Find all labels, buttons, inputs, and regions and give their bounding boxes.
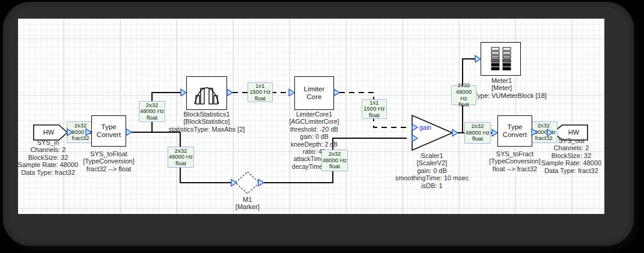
caption-line: [AGCLimiterCore]	[263, 118, 365, 125]
sys-in-hw-label: HW	[35, 129, 62, 136]
port-meter-in[interactable]	[475, 56, 481, 62]
port-limiter-in[interactable]	[289, 90, 294, 96]
block-label: Type Convert	[503, 123, 527, 139]
caption-line: BlockStatistics1	[156, 111, 258, 118]
histogram-icon	[192, 81, 221, 105]
caption-line: [ScalerV2]	[381, 159, 483, 166]
caption-line: kneeDepth: 2 dB	[263, 141, 365, 148]
port-limiter-out[interactable]	[334, 90, 339, 96]
marker-block[interactable]	[235, 172, 260, 194]
wire-label-meter-in[interactable]: 2x32 48000 Hz float	[451, 85, 476, 105]
block-statistics-block[interactable]	[186, 76, 227, 110]
port-scaler-sig-in[interactable]	[412, 135, 418, 142]
limiter-core-block[interactable]: Limiter Core	[294, 76, 334, 110]
type-convert-in-caption: SYS_toFloat [TypeConversion] fract32 -->…	[64, 150, 154, 172]
type-convert-out-block[interactable]: Type Convert	[497, 115, 532, 147]
port-marker-out[interactable]	[258, 180, 264, 186]
caption-line: isDB: 1	[381, 182, 483, 189]
caption-line: Channels: 2	[526, 144, 616, 151]
caption-line: SYS_toFloat	[64, 150, 154, 157]
meter-block[interactable]	[481, 42, 521, 76]
port-blockstats-out[interactable]	[227, 90, 232, 96]
scaler-block[interactable]	[412, 115, 452, 150]
vu-meter-icon	[488, 46, 514, 72]
caption-line: threshold: -20 dB	[263, 126, 365, 133]
caption-line: [Marker]	[217, 203, 278, 210]
wire-label-limiter-out[interactable]: 1x1 1500 Hz float	[362, 99, 387, 119]
caption-line: [BlockStatistics]	[156, 118, 258, 125]
type-convert-in-block[interactable]: Type Convert	[91, 115, 126, 147]
wire-label-scaler-in[interactable]: 2x32 48000 Hz float	[321, 150, 348, 171]
block-label: Type Convert	[97, 123, 121, 139]
wire-label-stats-out[interactable]: 1x1 1500 Hz float	[248, 82, 273, 102]
caption-line: Scaler1	[381, 152, 483, 159]
caption-line: M1	[217, 196, 278, 203]
wire-label-scaler-out[interactable]: 2x32 48000 Hz float	[464, 122, 491, 144]
caption-line: gain: 0 dB	[263, 133, 365, 140]
caption-line: statisticsType: MaxAbs [2]	[156, 126, 258, 133]
block-label: Limiter Core	[304, 85, 325, 101]
caption-line: decayTime: 100	[263, 163, 365, 170]
caption-line: ratio: 40	[263, 148, 365, 155]
caption-line: LimiterCore1	[263, 111, 365, 118]
caption-line: Data Type: fract32	[526, 167, 616, 174]
port-tc1-out[interactable]	[126, 129, 132, 136]
scaler-gain-port-label: gain	[419, 124, 431, 131]
caption-line: BlockSize: 32	[526, 152, 616, 159]
caption-line: smoothingTime: 10 msec	[381, 174, 483, 181]
limiter-core-caption: LimiterCore1 [AGCLimiterCore] threshold:…	[263, 111, 365, 170]
sys-out-hw-label: HW	[560, 129, 588, 136]
wire-label-sysout[interactable]: 2x32 48000 Hz fract32	[530, 121, 557, 143]
caption-line: attackTime: 20	[263, 155, 365, 162]
block-statistics-caption: BlockStatistics1 [BlockStatistics] stati…	[156, 111, 258, 133]
caption-line: fract32 --> float	[64, 165, 154, 172]
marker-caption: M1 [Marker]	[217, 196, 278, 211]
schematic-canvas[interactable]: SYS_in Channels: 2 BlockSize: 32 Sample …	[18, 19, 604, 214]
caption-line: [TypeConversion]	[64, 157, 154, 165]
port-scaler-gain-in[interactable]	[412, 124, 418, 131]
wire-label-blockstats-in[interactable]: 2x32 48000 Hz float	[139, 101, 165, 122]
wire-label-sysin[interactable]: 2x32 48000 Hz fract32	[67, 121, 94, 143]
port-scaler-out[interactable]	[452, 130, 458, 136]
screenshot-stage: SYS_in Channels: 2 BlockSize: 32 Sample …	[0, 0, 644, 253]
wire-label-marker-in[interactable]: 2x32 48000 Hz float	[168, 147, 194, 168]
caption-line: gain: 0 dB	[381, 167, 483, 174]
caption-line: Sample Rate: 48000	[526, 159, 616, 166]
scaler-caption: Scaler1 [ScalerV2] gain: 0 dB smoothingT…	[381, 152, 483, 189]
port-blockstats-in[interactable]	[181, 90, 186, 96]
port-tc2-in[interactable]	[492, 130, 497, 136]
port-marker-in[interactable]	[231, 180, 237, 186]
